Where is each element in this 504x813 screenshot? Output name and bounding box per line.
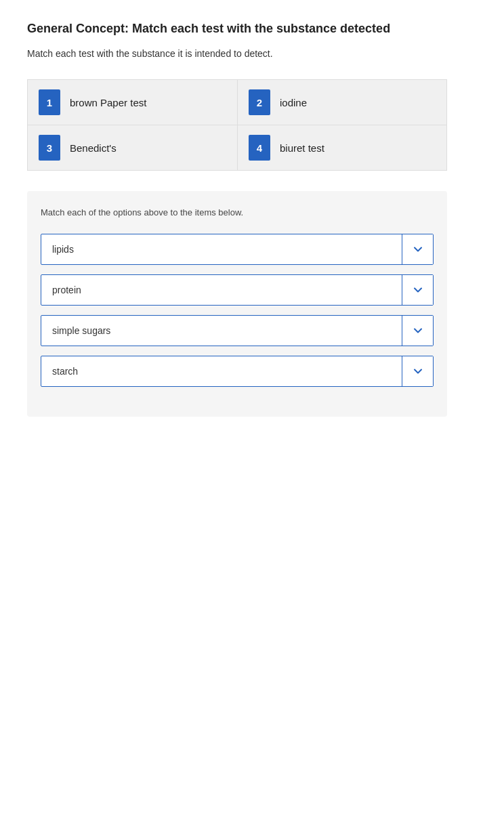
dropdown-arrow-protein[interactable] bbox=[402, 275, 433, 305]
option-label-4: biuret test bbox=[280, 142, 324, 154]
badge-1: 1 bbox=[39, 89, 60, 115]
badge-3: 3 bbox=[39, 135, 60, 161]
dropdown-label-protein: protein bbox=[41, 275, 402, 305]
option-label-2: iodine bbox=[280, 97, 307, 108]
option-cell-1: 1 brown Paper test bbox=[27, 79, 237, 125]
badge-2: 2 bbox=[249, 89, 270, 115]
chevron-down-icon bbox=[413, 326, 423, 335]
option-label-1: brown Paper test bbox=[70, 97, 146, 108]
page-title: General Concept: Match each test with th… bbox=[27, 20, 477, 37]
dropdown-arrow-starch[interactable] bbox=[402, 356, 433, 386]
dropdown-label-starch: starch bbox=[41, 356, 402, 386]
dropdown-lipids[interactable]: lipids bbox=[41, 234, 434, 265]
dropdown-arrow-simple-sugars[interactable] bbox=[402, 316, 433, 346]
dropdown-protein[interactable]: protein bbox=[41, 274, 434, 306]
match-section: Match each of the options above to the i… bbox=[27, 191, 447, 417]
option-cell-3: 3 Benedict's bbox=[27, 125, 237, 171]
chevron-down-icon bbox=[413, 367, 423, 376]
dropdown-label-simple-sugars: simple sugars bbox=[41, 316, 402, 346]
badge-4: 4 bbox=[249, 135, 270, 161]
dropdown-simple-sugars[interactable]: simple sugars bbox=[41, 315, 434, 346]
option-cell-2: 2 iodine bbox=[237, 79, 447, 125]
option-cell-4: 4 biuret test bbox=[237, 125, 447, 171]
chevron-down-icon bbox=[413, 285, 423, 295]
options-grid: 1 brown Paper test 2 iodine 3 Benedict's… bbox=[27, 79, 447, 171]
dropdown-arrow-lipids[interactable] bbox=[402, 234, 433, 264]
option-label-3: Benedict's bbox=[70, 142, 117, 154]
subtitle: Match each test with the substance it is… bbox=[27, 48, 477, 59]
dropdown-starch[interactable]: starch bbox=[41, 356, 434, 387]
dropdown-label-lipids: lipids bbox=[41, 234, 402, 264]
match-instruction: Match each of the options above to the i… bbox=[41, 207, 434, 217]
chevron-down-icon bbox=[413, 245, 423, 254]
